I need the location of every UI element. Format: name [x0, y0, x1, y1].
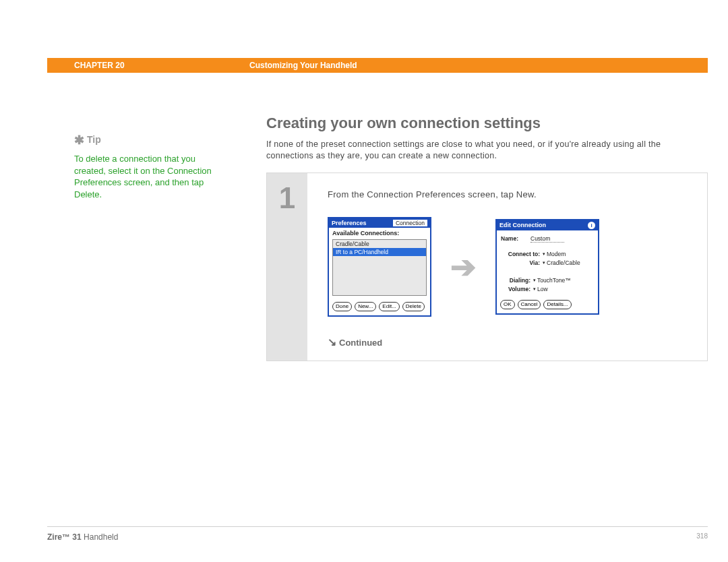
edit-titlebar: Edit Connection i [497, 220, 598, 230]
step-box: 1 From the Connection Preferences screen… [266, 173, 708, 361]
dialing-value[interactable]: TouchTone™ [537, 277, 571, 284]
continued-label: ↘Continued [328, 336, 694, 348]
edit-body: Name: Custom Connect to: ▾ Modem Via: ▾ [497, 230, 598, 297]
main-content: Creating your own connection settings If… [266, 115, 708, 361]
page-number: 318 [696, 532, 708, 542]
name-input[interactable]: Custom [530, 235, 564, 243]
page-footer: Zire™ 31 Handheld 318 [47, 532, 708, 542]
product-bold: Zire™ 31 [47, 532, 82, 542]
new-button[interactable]: New... [355, 302, 376, 311]
via-label: Via: [501, 259, 540, 266]
product-name: Zire™ 31 Handheld [47, 532, 118, 542]
via-row: Via: ▾ Cradle/Cable [501, 259, 594, 266]
name-row: Name: Custom [501, 235, 594, 243]
connections-list[interactable]: Cradle/Cable IR to a PC/Handheld [332, 239, 427, 296]
chapter-header: CHAPTER 20 Customizing Your Handheld [47, 58, 708, 73]
edit-buttons: OK Cancel Details... [497, 297, 598, 313]
connect-label: Connect to: [501, 251, 540, 257]
ok-button[interactable]: OK [500, 300, 515, 309]
chapter-title: Customizing Your Handheld [249, 61, 357, 70]
list-item[interactable]: IR to a PC/Handheld [333, 248, 426, 256]
chapter-label: CHAPTER 20 [74, 61, 249, 70]
arrow-right-icon: ➔ [450, 251, 477, 282]
details-button[interactable]: Details... [543, 300, 571, 309]
product-rest: Handheld [82, 532, 119, 542]
preferences-buttons: Done New... Edit... Delete [329, 299, 430, 315]
preferences-title: Preferences [332, 220, 367, 226]
edit-button[interactable]: Edit... [379, 302, 399, 311]
tip-sidebar: ✱Tip To delete a connection that you cre… [74, 132, 229, 200]
dropdown-icon[interactable]: ▾ [543, 251, 545, 257]
delete-button[interactable]: Delete [402, 302, 425, 311]
preferences-category[interactable]: Connection [393, 220, 427, 226]
footer-divider [47, 526, 708, 527]
available-connections-label: Available Connections: [329, 228, 430, 238]
dialing-row: Dialing: ▾ TouchTone™ [501, 277, 594, 284]
step-number: 1 [267, 173, 307, 361]
list-item[interactable]: Cradle/Cable [333, 240, 426, 248]
edit-title: Edit Connection [499, 222, 546, 228]
tip-label: Tip [87, 134, 101, 145]
connect-row: Connect to: ▾ Modem [501, 251, 594, 257]
cancel-button[interactable]: Cancel [518, 300, 541, 309]
preferences-titlebar: Preferences Connection [329, 218, 430, 228]
tip-body: To delete a connection that you created,… [74, 153, 229, 200]
dropdown-icon[interactable]: ▾ [533, 278, 536, 283]
step-instruction: From the Connection Preferences screen, … [328, 189, 694, 199]
dropdown-icon[interactable]: ▾ [533, 286, 536, 292]
volume-label: Volume: [501, 286, 530, 292]
done-button[interactable]: Done [332, 302, 352, 311]
preferences-screen: Preferences Connection Available Connect… [328, 217, 431, 317]
section-heading: Creating your own connection settings [266, 115, 708, 132]
info-icon[interactable]: i [588, 222, 595, 229]
tip-heading: ✱Tip [74, 132, 229, 149]
connect-value[interactable]: Modem [547, 251, 566, 257]
asterisk-icon: ✱ [74, 133, 84, 147]
dropdown-icon[interactable]: ▾ [543, 260, 545, 266]
volume-value[interactable]: Low [537, 286, 548, 292]
continued-arrow-icon: ↘ [328, 336, 336, 348]
via-value[interactable]: Cradle/Cable [547, 259, 580, 266]
dialing-label: Dialing: [501, 277, 530, 284]
continued-text: Continued [339, 338, 382, 348]
volume-row: Volume: ▾ Low [501, 286, 594, 292]
screens-row: Preferences Connection Available Connect… [328, 217, 694, 317]
edit-connection-screen: Edit Connection i Name: Custom Connect t… [495, 219, 599, 315]
section-intro: If none of the preset connection setting… [266, 139, 708, 162]
step-content: From the Connection Preferences screen, … [307, 173, 707, 361]
name-label: Name: [501, 235, 528, 242]
